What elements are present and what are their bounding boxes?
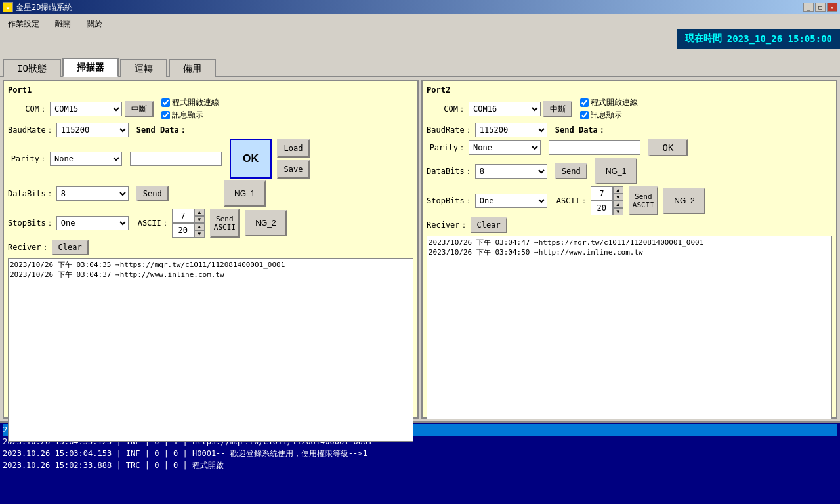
port1-msg-checkbox[interactable] (161, 111, 170, 119)
port2-ascii-label: ASCII： (555, 196, 588, 207)
port1-msg-label: 訊息顯示 (172, 110, 203, 121)
port2-com-select[interactable]: COM16 COM15 (469, 102, 541, 116)
port1-ng2-button[interactable]: NG_2 (245, 210, 287, 236)
port2-auto-label: 程式開啟連線 (591, 97, 638, 108)
main-content: Port1 COM： COM15 COM16 中斷 程式開啟連線 訊息顯示 (0, 77, 840, 421)
log-line-3[interactable]: 2023.10.26 15:02:33.888 | TRC | 0 | 0 | … (3, 459, 837, 471)
port1-ng1-button[interactable]: NG_1 (224, 180, 266, 207)
port1-ascii2-down[interactable]: ▼ (194, 230, 205, 238)
port2-parity-select[interactable]: None (469, 140, 541, 155)
port1-msg-checkbox-label[interactable]: 訊息顯示 (161, 110, 219, 121)
port1-stop-button[interactable]: 中斷 (125, 101, 154, 117)
port1-stopbits-row: StopBits： One ASCII： ▲ ▼ ▲ ▼ (8, 209, 413, 238)
port2-auto-checkbox[interactable] (580, 98, 589, 107)
port1-log-line-0: 2023/10/26 下午 03:04:35 →https://mqr.tw/c… (10, 260, 411, 270)
port2-baud-label: BaudRate： (427, 125, 472, 136)
port1-receive-area: 2023/10/26 下午 03:04:35 →https://mqr.tw/c… (8, 258, 413, 442)
port2-databits-label: DataBits： (427, 166, 472, 177)
port2-clear-button[interactable]: Clear (471, 217, 507, 233)
port2-parity-row: Parity： None 1234567890 OK (427, 139, 832, 156)
port2-databits-row: DataBits： 8 Send NG_1 (427, 158, 832, 184)
port2-msg-checkbox-label[interactable]: 訊息顯示 (580, 110, 638, 121)
port2-ascii-val2[interactable] (591, 201, 613, 215)
maximize-button[interactable]: □ (815, 3, 826, 12)
port2-ascii2-down[interactable]: ▼ (613, 208, 623, 215)
tab-scanner[interactable]: 掃描器 (62, 58, 119, 77)
port2-ng1-button[interactable]: NG_1 (595, 158, 637, 184)
title-bar: ★ 金星2D掃瞄系統 _ □ ✕ (0, 0, 840, 14)
port2-send-ascii-button[interactable]: SendASCII (629, 186, 658, 215)
port1-panel: Port1 COM： COM15 COM16 中斷 程式開啟連線 訊息顯示 (3, 80, 419, 419)
port1-parity-select[interactable]: None (50, 152, 122, 166)
port2-senddata-input[interactable]: 1234567890 (549, 140, 640, 155)
port1-send-button[interactable]: Send (136, 186, 169, 201)
port2-ng2-button[interactable]: NG_2 (663, 188, 705, 214)
app-title: 金星2D掃瞄系統 (16, 2, 72, 13)
port2-baud-row: BaudRate： 115200 Send Data： (427, 123, 832, 137)
port2-msg-label: 訊息顯示 (591, 110, 622, 121)
port2-receive-area: 2023/10/26 下午 03:04:47 →https://mqr.tw/c… (427, 236, 832, 419)
tab-backup[interactable]: 備用 (169, 59, 216, 77)
port1-databits-select[interactable]: 8 (56, 186, 129, 201)
port2-checkboxes: 程式開啟連線 訊息顯示 (580, 97, 638, 121)
port2-ascii-val1[interactable] (591, 186, 613, 201)
port1-senddata-input[interactable]: 1234567890 (130, 152, 222, 166)
port2-msg-checkbox[interactable] (580, 111, 589, 119)
window-controls[interactable]: _ □ ✕ (803, 3, 837, 12)
minimize-button[interactable]: _ (803, 3, 814, 12)
port1-ascii1-down[interactable]: ▼ (194, 216, 205, 223)
datetime-value: 2023_10_26 15:05:00 (727, 33, 832, 44)
port2-ascii2-up[interactable]: ▲ (613, 201, 623, 208)
port1-auto-checkbox[interactable] (161, 98, 170, 107)
port1-ascii-val2[interactable] (172, 223, 194, 238)
menu-item-settings[interactable]: 作業設定 (3, 17, 45, 31)
port2-ascii1-down[interactable]: ▼ (613, 194, 623, 201)
port2-baud-select[interactable]: 115200 (475, 123, 547, 137)
tab-run[interactable]: 運轉 (120, 59, 167, 77)
port1-ascii1-up[interactable]: ▲ (194, 209, 205, 216)
port1-baud-row: BaudRate： 115200 Send Data： (8, 123, 413, 137)
port1-load-button[interactable]: Load (277, 139, 310, 158)
port2-com-row: COM： COM16 COM15 中斷 程式開啟連線 訊息顯示 (427, 97, 832, 121)
port2-send-button[interactable]: Send (555, 163, 587, 179)
port1-save-button[interactable]: Save (277, 160, 310, 178)
port2-label: Port2 (427, 85, 832, 94)
port1-ascii-val1[interactable] (172, 209, 194, 223)
port1-databits-row: DataBits： 8 Send NG_1 (8, 180, 413, 207)
tab-io[interactable]: IO狀態 (3, 59, 61, 77)
port1-receiver-row: Reciver： Clear (8, 240, 413, 255)
port2-auto-checkbox-label[interactable]: 程式開啟連線 (580, 97, 638, 108)
port2-parity-label: Parity： (427, 142, 466, 154)
port2-ascii1-up[interactable]: ▲ (613, 186, 623, 194)
port1-ok-button[interactable]: OK (230, 139, 272, 178)
datetime-bar: 現在時間 2023_10_26 15:05:00 (677, 29, 840, 49)
port2-databits-select[interactable]: 8 (475, 164, 547, 178)
port2-log-line-1: 2023/10/26 下午 03:04:50 →http://www.inlin… (429, 247, 830, 257)
port1-databits-label: DataBits： (8, 188, 54, 200)
menu-item-about[interactable]: 關於 (81, 17, 108, 31)
port2-ok-button[interactable]: OK (648, 139, 688, 156)
port1-ascii2-up[interactable]: ▲ (194, 223, 205, 230)
port1-clear-button[interactable]: Clear (52, 240, 89, 255)
port1-com-label: COM： (8, 104, 47, 115)
app-icon: ★ (3, 2, 13, 12)
log-line-2[interactable]: 2023.10.26 15:03:04.153 | INF | 0 | 0 | … (3, 448, 837, 459)
title-bar-left: ★ 金星2D掃瞄系統 (3, 2, 72, 13)
close-button[interactable]: ✕ (827, 3, 837, 12)
port1-com-row: COM： COM15 COM16 中斷 程式開啟連線 訊息顯示 (8, 97, 413, 121)
port2-senddata-label: Send Data： (555, 125, 606, 136)
port2-panel: Port2 COM： COM16 COM15 中斷 程式開啟連線 訊息顯示 (421, 80, 837, 419)
port1-auto-checkbox-label[interactable]: 程式開啟連線 (161, 97, 219, 108)
port2-stopbits-select[interactable]: One (475, 194, 547, 208)
port1-stopbits-select[interactable]: One (56, 216, 129, 230)
menu-item-quit[interactable]: 離開 (50, 17, 76, 31)
port1-checkboxes: 程式開啟連線 訊息顯示 (161, 97, 219, 121)
port1-com-select[interactable]: COM15 COM16 (50, 102, 122, 116)
port2-receiver-label: Reciver： (427, 220, 468, 231)
port2-log-line-0: 2023/10/26 下午 03:04:47 →https://mqr.tw/c… (429, 238, 830, 247)
port1-baud-select[interactable]: 115200 (56, 123, 129, 137)
port1-send-ascii-button[interactable]: SendASCII (210, 209, 240, 238)
port1-ascii-label: ASCII： (136, 218, 169, 229)
port1-baud-label: BaudRate： (8, 125, 54, 136)
port2-stop-button[interactable]: 中斷 (543, 101, 572, 117)
